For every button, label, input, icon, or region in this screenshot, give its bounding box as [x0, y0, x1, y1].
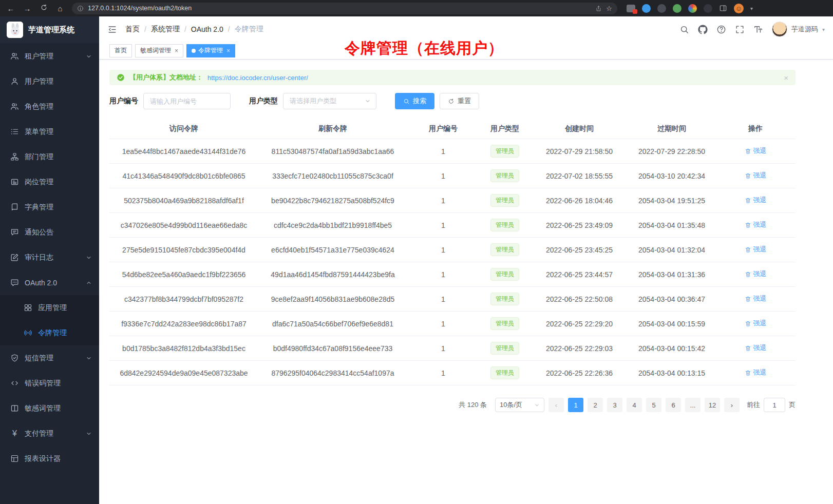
force-logout-button[interactable]: 强退 [745, 269, 767, 279]
sidebar-item-user[interactable]: 用户管理 [0, 69, 99, 94]
tab-home[interactable]: 首页 [109, 44, 132, 57]
fullscreen-icon[interactable] [735, 25, 745, 34]
extension-icon[interactable] [642, 4, 651, 13]
columns-icon [10, 404, 19, 413]
chevron-down-icon [86, 255, 92, 261]
browser-forward-button[interactable]: → [23, 4, 32, 13]
force-logout-button[interactable]: 强退 [745, 220, 767, 229]
user-menu[interactable]: 芋道源码 ▾ [772, 22, 825, 37]
reset-button-label: 重置 [458, 96, 471, 106]
force-logout-button[interactable]: 强退 [745, 368, 767, 377]
page-button-6[interactable]: 6 [666, 398, 681, 412]
page-button-5[interactable]: 5 [646, 398, 661, 412]
force-logout-button[interactable]: 强退 [745, 294, 767, 303]
users-icon [10, 102, 19, 111]
sidebar-item-oauth2[interactable]: OAuth 2.0 [0, 270, 99, 295]
sidebar-toggle-icon[interactable] [719, 4, 727, 12]
sidebar-item-sensitive-word[interactable]: 敏感词管理 [0, 396, 99, 421]
sidebar-item-sms[interactable]: 短信管理 [0, 345, 99, 371]
force-logout-button[interactable]: 强退 [745, 343, 767, 353]
profile-caret-icon[interactable]: ▾ [750, 6, 753, 11]
expires-cell: 2054-03-04 00:15:59 [628, 320, 715, 328]
user-id-input[interactable] [143, 93, 231, 109]
share-icon[interactable] [595, 5, 602, 12]
tab-token[interactable]: 令牌管理× [186, 44, 235, 57]
url-text[interactable]: 127.0.0.1:1024/system/oauth2/token [88, 5, 591, 12]
browser-reload-button[interactable] [39, 4, 48, 13]
breadcrumb-oauth2[interactable]: OAuth 2.0 [191, 25, 223, 33]
search-button[interactable]: 搜索 [395, 93, 434, 109]
sidebar: 芋道管理系统 租户管理 用户管理 角色管理 菜单管理 部门管理 岗位管理 字典管… [0, 16, 99, 504]
sidebar-item-tenant[interactable]: 租户管理 [0, 44, 99, 69]
page-ellipsis-button[interactable]: ... [685, 398, 701, 412]
sidebar-item-oauth2-app[interactable]: 应用管理 [0, 295, 99, 320]
close-icon[interactable]: × [226, 47, 230, 54]
page-button-1[interactable]: 1 [568, 398, 583, 412]
address-bar[interactable]: 127.0.0.1:1024/system/oauth2/token ☆ [72, 3, 617, 14]
goto-page-input[interactable] [764, 398, 785, 412]
force-logout-button[interactable]: 强退 [745, 146, 767, 156]
refresh-token-cell: be90422b8c7946218275a508bf524fc9 [258, 197, 407, 205]
created-cell: 2022-07-29 21:58:50 [531, 147, 628, 156]
sidebar-item-dept[interactable]: 部门管理 [0, 144, 99, 169]
extension-icon[interactable] [657, 4, 666, 13]
collapse-sidebar-button[interactable] [107, 25, 117, 34]
access-token-cell: 1ea5e44f8bc1467aaede43144f31de76 [109, 147, 258, 156]
sidebar-item-post[interactable]: 岗位管理 [0, 169, 99, 195]
user-type-select[interactable]: 请选择用户类型 [283, 93, 376, 109]
user-type-badge: 管理员 [490, 219, 519, 231]
chevron-down-icon [534, 402, 540, 408]
browser-profile-avatar[interactable]: ☺ [734, 4, 744, 13]
app-logo[interactable]: 芋道管理系统 [0, 16, 99, 43]
table-row: c342377bf8b344799dcbf7bf095287f2 9ce8ef2… [109, 287, 796, 312]
extension-icon[interactable] [688, 4, 697, 13]
force-logout-button[interactable]: 强退 [745, 171, 767, 180]
extension-icon[interactable] [673, 4, 681, 13]
sidebar-item-role[interactable]: 角色管理 [0, 94, 99, 119]
page-size-value: 10条/页 [500, 400, 522, 410]
sidebar-item-oauth2-token[interactable]: 令牌管理 [0, 320, 99, 345]
browser-back-button[interactable]: ← [6, 4, 15, 13]
search-icon[interactable] [679, 25, 689, 34]
sidebar-item-pay[interactable]: ¥支付管理 [0, 421, 99, 446]
alert-doc-link[interactable]: https://doc.iocoder.cn/user-center/ [207, 74, 308, 82]
alert-close-icon[interactable]: × [784, 73, 788, 82]
trash-icon [745, 320, 751, 327]
force-logout-button[interactable]: 强退 [745, 245, 767, 254]
breadcrumb-system[interactable]: 系统管理 [151, 25, 180, 34]
browser-home-button[interactable]: ⌂ [55, 4, 65, 13]
col-actions: 操作 [715, 124, 796, 133]
search-button-label: 搜索 [413, 96, 426, 106]
extension-icon[interactable] [704, 4, 712, 13]
page-button-2[interactable]: 2 [588, 398, 603, 412]
sidebar-item-error-code[interactable]: 错误码管理 [0, 371, 99, 396]
force-logout-button[interactable]: 强退 [745, 319, 767, 328]
extension-icon[interactable] [627, 5, 635, 12]
breadcrumb-home[interactable]: 首页 [125, 25, 140, 34]
created-cell: 2022-06-25 22:50:08 [531, 295, 628, 303]
site-info-icon[interactable] [77, 5, 84, 12]
users-icon [10, 52, 19, 61]
page-button-3[interactable]: 3 [607, 398, 622, 412]
text-size-icon[interactable] [753, 25, 763, 34]
bookmark-star-icon[interactable]: ☆ [606, 5, 612, 12]
user-id-cell: 1 [407, 221, 479, 229]
sidebar-item-menu[interactable]: 菜单管理 [0, 119, 99, 144]
prev-page-button[interactable]: ‹ [548, 398, 564, 412]
page-button-12[interactable]: 12 [705, 398, 720, 412]
sidebar-item-notice[interactable]: 通知公告 [0, 220, 99, 245]
sidebar-item-audit-log[interactable]: 审计日志 [0, 245, 99, 270]
page-size-select[interactable]: 10条/页 [495, 398, 544, 412]
force-logout-label: 强退 [753, 146, 767, 156]
close-icon[interactable]: × [175, 47, 178, 54]
github-icon[interactable] [698, 25, 708, 34]
force-logout-button[interactable]: 强退 [745, 196, 767, 205]
sidebar-item-dict[interactable]: 字典管理 [0, 195, 99, 220]
help-icon[interactable] [716, 25, 726, 34]
chevron-down-icon [365, 98, 371, 104]
reset-button[interactable]: 重置 [440, 93, 479, 109]
page-button-4[interactable]: 4 [627, 398, 642, 412]
sidebar-item-report-designer[interactable]: 报表设计器 [0, 446, 99, 471]
next-page-button[interactable]: › [724, 398, 740, 412]
tab-sensitive-word[interactable]: 敏感词管理× [135, 44, 183, 57]
